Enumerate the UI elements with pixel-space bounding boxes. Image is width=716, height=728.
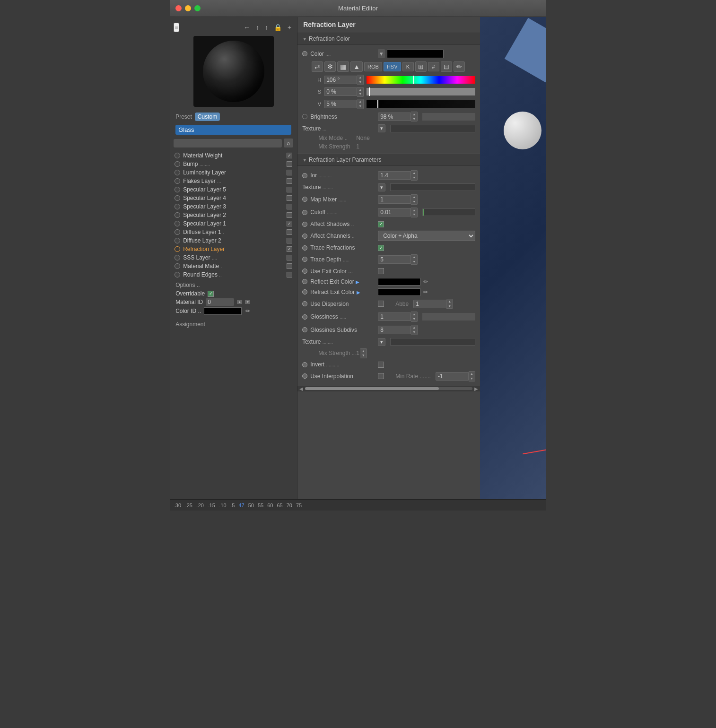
texture-dropdown[interactable]: ▾ xyxy=(378,124,385,132)
grid3-icon-button[interactable]: ⊟ xyxy=(441,61,452,72)
search-button[interactable]: ⌕ xyxy=(284,139,293,147)
layer-radio[interactable] xyxy=(175,229,180,235)
layer-radio[interactable] xyxy=(175,153,180,158)
ior-up[interactable]: ▲ xyxy=(411,171,417,175)
reflect-exit-eyedropper[interactable]: ✏ xyxy=(422,278,429,285)
preset-dropdown[interactable]: Custom xyxy=(195,113,220,121)
layer-item-refraction[interactable]: Refraction Layer xyxy=(172,245,295,253)
reflect-exit-radio[interactable] xyxy=(302,279,307,284)
refract-exit-swatch[interactable] xyxy=(378,288,420,296)
asterisk-icon-button[interactable]: ✻ xyxy=(324,61,336,72)
nav-back-button[interactable]: ← xyxy=(242,23,252,32)
use-dispersion-radio[interactable] xyxy=(302,301,307,306)
h-input[interactable] xyxy=(324,76,357,84)
color-mode-dropdown[interactable]: ▾ xyxy=(378,49,385,58)
material-id-spinner-up[interactable]: ▲ xyxy=(237,300,242,304)
layer-item-specular5[interactable]: Specular Layer 5 xyxy=(172,185,295,194)
hash-button[interactable]: # xyxy=(428,62,439,71)
use-exit-radio[interactable] xyxy=(302,269,307,274)
scroll-left-arrow[interactable]: ◀ xyxy=(299,386,303,391)
layer-radio[interactable] xyxy=(175,204,180,209)
abbe-input[interactable] xyxy=(413,300,446,308)
glossiness-texture-dropdown[interactable]: ▾ xyxy=(378,338,385,346)
overridable-checkbox[interactable] xyxy=(208,291,214,297)
affect-shadows-checkbox[interactable] xyxy=(378,221,384,227)
layer-item-bump[interactable]: Bump ........ xyxy=(172,160,295,168)
refraction-color-section-header[interactable]: ▼ Refraction Color xyxy=(297,33,480,45)
layer-radio[interactable] xyxy=(175,255,180,260)
brightness-radio[interactable] xyxy=(302,114,307,119)
layer-radio[interactable] xyxy=(175,170,180,175)
scroll-right-arrow[interactable]: ▶ xyxy=(474,386,478,391)
use-interpolation-radio[interactable] xyxy=(302,373,307,379)
glossiness-up[interactable]: ▲ xyxy=(411,312,417,317)
layer-checkbox[interactable] xyxy=(287,178,292,184)
refract-exit-eyedropper[interactable]: ✏ xyxy=(422,289,429,295)
cutoff-up[interactable]: ▲ xyxy=(411,208,417,213)
refraction-params-section-header[interactable]: ▼ Refraction Layer Parameters xyxy=(297,154,480,166)
layer-checkbox[interactable] xyxy=(287,221,292,226)
horizontal-scrollbar[interactable]: ◀ ▶ xyxy=(297,386,480,391)
glossiness-input[interactable] xyxy=(378,312,411,321)
layer-item-flakes[interactable]: Flakes Layer ... xyxy=(172,177,295,185)
hsv-button[interactable]: HSV xyxy=(384,62,401,71)
brightness-down[interactable]: ▼ xyxy=(411,117,417,121)
ior-radio[interactable] xyxy=(302,173,307,178)
layer-radio[interactable] xyxy=(175,187,180,192)
trace-depth-up[interactable]: ▲ xyxy=(411,255,417,260)
map-mixer-down[interactable]: ▼ xyxy=(411,199,417,204)
layer-radio[interactable] xyxy=(175,221,180,226)
add-button[interactable]: + xyxy=(286,23,293,32)
mix-strength2-up[interactable]: ▲ xyxy=(360,349,367,354)
lock-icon[interactable]: 🔒 xyxy=(272,23,284,32)
cutoff-radio[interactable] xyxy=(302,210,307,215)
min-rate-down[interactable]: ▼ xyxy=(469,376,475,381)
map-mixer-radio[interactable] xyxy=(302,197,307,202)
glossines-subdivs-input[interactable] xyxy=(378,326,411,334)
s-up[interactable]: ▲ xyxy=(357,87,363,92)
brightness-input[interactable] xyxy=(378,113,411,121)
brightness-up[interactable]: ▲ xyxy=(411,112,417,117)
layer-checkbox[interactable] xyxy=(287,212,292,218)
material-id-input[interactable] xyxy=(206,298,234,306)
abbe-up[interactable]: ▲ xyxy=(446,299,453,304)
layer-radio[interactable] xyxy=(175,161,180,167)
glossines-subdivs-radio[interactable] xyxy=(302,327,307,332)
v-up[interactable]: ▲ xyxy=(357,99,363,104)
material-id-spinner-down[interactable]: ▼ xyxy=(245,300,250,304)
s-gradient[interactable] xyxy=(367,88,475,95)
layer-item-material-weight[interactable]: Material Weight xyxy=(172,151,295,160)
layer-checkbox[interactable] xyxy=(287,246,292,252)
min-rate-input[interactable] xyxy=(436,372,469,381)
grid2-icon-button[interactable]: ⊞ xyxy=(415,61,427,72)
trace-refractions-checkbox[interactable] xyxy=(378,245,384,251)
color-id-swatch[interactable] xyxy=(204,307,242,315)
affect-shadows-radio[interactable] xyxy=(302,222,307,227)
trace-depth-input[interactable] xyxy=(378,255,411,264)
layer-checkbox[interactable] xyxy=(287,153,292,158)
h-down[interactable]: ▼ xyxy=(357,80,363,85)
layer-radio[interactable] xyxy=(175,263,180,269)
layer-item-diffuse2[interactable]: Diffuse Layer 2 xyxy=(172,236,295,245)
layer-item-sss[interactable]: SSS Layer .... xyxy=(172,253,295,262)
layer-checkbox[interactable] xyxy=(287,238,292,243)
trace-refractions-radio[interactable] xyxy=(302,245,307,251)
layer-radio[interactable] xyxy=(175,212,180,218)
maximize-button[interactable] xyxy=(194,5,201,11)
affect-channels-dropdown[interactable]: Color + Alpha Color Alpha None xyxy=(378,231,475,241)
layer-item-luminosity[interactable]: Luminosity Layer xyxy=(172,168,295,177)
glossines-subdivs-down[interactable]: ▼ xyxy=(411,330,417,335)
abbe-down[interactable]: ▼ xyxy=(446,304,453,309)
flag-icon-button[interactable]: ▲ xyxy=(350,61,363,72)
cutoff-input[interactable] xyxy=(378,208,411,217)
k-button[interactable]: K xyxy=(402,62,414,71)
use-exit-checkbox[interactable] xyxy=(378,268,384,274)
v-down[interactable]: ▼ xyxy=(357,104,363,109)
layer-checkbox[interactable] xyxy=(287,187,292,192)
glossiness-radio[interactable] xyxy=(302,314,307,320)
h-up[interactable]: ▲ xyxy=(357,75,363,80)
layer-checkbox[interactable] xyxy=(287,195,292,201)
layer-checkbox[interactable] xyxy=(287,272,292,277)
v-gradient[interactable] xyxy=(367,100,475,108)
layer-radio[interactable] xyxy=(175,272,180,277)
